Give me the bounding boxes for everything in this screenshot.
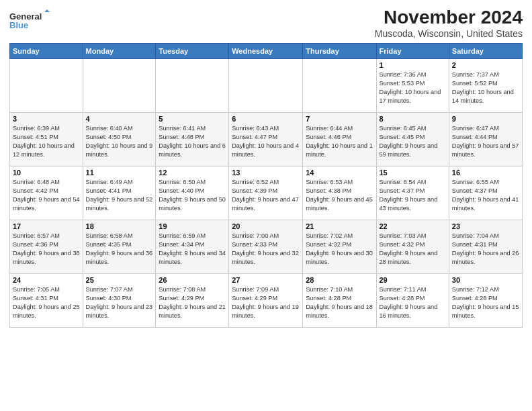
calendar-cell: 3Sunrise: 6:39 AM Sunset: 4:51 PM Daylig… xyxy=(10,113,83,167)
day-number: 9 xyxy=(452,115,519,123)
day-number: 21 xyxy=(306,222,373,230)
calendar-cell: 20Sunrise: 7:00 AM Sunset: 4:33 PM Dayli… xyxy=(229,220,303,274)
calendar-cell xyxy=(83,59,156,113)
weekday-saturday: Saturday xyxy=(449,44,522,59)
calendar-cell: 23Sunrise: 7:04 AM Sunset: 4:31 PM Dayli… xyxy=(449,220,522,274)
day-number: 16 xyxy=(452,169,519,177)
day-info: Sunrise: 7:09 AM Sunset: 4:29 PM Dayligh… xyxy=(232,285,300,320)
day-number: 6 xyxy=(232,115,300,123)
day-number: 28 xyxy=(306,276,373,284)
calendar-cell: 15Sunrise: 6:54 AM Sunset: 4:37 PM Dayli… xyxy=(376,167,449,220)
day-number: 8 xyxy=(380,115,446,123)
day-number: 11 xyxy=(86,169,153,177)
day-info: Sunrise: 7:05 AM Sunset: 4:31 PM Dayligh… xyxy=(13,285,80,320)
week-row-5: 24Sunrise: 7:05 AM Sunset: 4:31 PM Dayli… xyxy=(10,274,523,328)
calendar-cell: 28Sunrise: 7:10 AM Sunset: 4:28 PM Dayli… xyxy=(303,274,376,328)
calendar-cell: 4Sunrise: 6:40 AM Sunset: 4:50 PM Daylig… xyxy=(83,113,156,167)
weekday-thursday: Thursday xyxy=(303,44,376,59)
calendar-cell: 22Sunrise: 7:03 AM Sunset: 4:32 PM Dayli… xyxy=(376,220,449,274)
day-number: 13 xyxy=(232,169,300,177)
calendar-cell: 26Sunrise: 7:08 AM Sunset: 4:29 PM Dayli… xyxy=(156,274,229,328)
day-info: Sunrise: 6:41 AM Sunset: 4:48 PM Dayligh… xyxy=(159,124,226,159)
day-info: Sunrise: 6:57 AM Sunset: 4:36 PM Dayligh… xyxy=(13,232,80,267)
day-number: 26 xyxy=(159,276,226,284)
calendar-cell: 14Sunrise: 6:53 AM Sunset: 4:38 PM Dayli… xyxy=(303,167,376,220)
logo-svg: General Blue xyxy=(9,9,50,34)
calendar-cell: 5Sunrise: 6:41 AM Sunset: 4:48 PM Daylig… xyxy=(156,113,229,167)
title-area: November 2024 Muscoda, Wisconsin, United… xyxy=(375,7,523,39)
day-info: Sunrise: 7:11 AM Sunset: 4:28 PM Dayligh… xyxy=(380,285,446,320)
day-info: Sunrise: 7:04 AM Sunset: 4:31 PM Dayligh… xyxy=(452,232,519,267)
day-info: Sunrise: 6:55 AM Sunset: 4:37 PM Dayligh… xyxy=(452,178,519,213)
calendar-cell xyxy=(303,59,376,113)
day-number: 29 xyxy=(380,276,446,284)
calendar-cell: 29Sunrise: 7:11 AM Sunset: 4:28 PM Dayli… xyxy=(376,274,449,328)
calendar-cell: 27Sunrise: 7:09 AM Sunset: 4:29 PM Dayli… xyxy=(229,274,303,328)
day-number: 4 xyxy=(86,115,153,123)
day-number: 19 xyxy=(159,222,226,230)
day-info: Sunrise: 6:43 AM Sunset: 4:47 PM Dayligh… xyxy=(232,124,300,159)
week-row-4: 17Sunrise: 6:57 AM Sunset: 4:36 PM Dayli… xyxy=(10,220,523,274)
weekday-monday: Monday xyxy=(83,44,156,59)
day-info: Sunrise: 7:00 AM Sunset: 4:33 PM Dayligh… xyxy=(232,232,300,267)
calendar-cell: 7Sunrise: 6:44 AM Sunset: 4:46 PM Daylig… xyxy=(303,113,376,167)
calendar-cell: 19Sunrise: 6:59 AM Sunset: 4:34 PM Dayli… xyxy=(156,220,229,274)
calendar-cell: 16Sunrise: 6:55 AM Sunset: 4:37 PM Dayli… xyxy=(449,167,522,220)
day-number: 5 xyxy=(159,115,226,123)
calendar-cell: 2Sunrise: 7:37 AM Sunset: 5:52 PM Daylig… xyxy=(449,59,522,113)
calendar-cell: 18Sunrise: 6:58 AM Sunset: 4:35 PM Dayli… xyxy=(83,220,156,274)
calendar-cell: 25Sunrise: 7:07 AM Sunset: 4:30 PM Dayli… xyxy=(83,274,156,328)
weekday-tuesday: Tuesday xyxy=(156,44,229,59)
day-info: Sunrise: 6:50 AM Sunset: 4:40 PM Dayligh… xyxy=(159,178,226,213)
day-number: 25 xyxy=(86,276,153,284)
calendar-cell: 8Sunrise: 6:45 AM Sunset: 4:45 PM Daylig… xyxy=(376,113,449,167)
day-info: Sunrise: 6:45 AM Sunset: 4:45 PM Dayligh… xyxy=(380,124,446,159)
calendar-cell: 10Sunrise: 6:48 AM Sunset: 4:42 PM Dayli… xyxy=(10,167,83,220)
day-info: Sunrise: 6:53 AM Sunset: 4:38 PM Dayligh… xyxy=(306,178,373,213)
day-info: Sunrise: 6:44 AM Sunset: 4:46 PM Dayligh… xyxy=(306,124,373,159)
day-number: 24 xyxy=(13,276,80,284)
day-number: 10 xyxy=(13,169,80,177)
calendar-cell: 9Sunrise: 6:47 AM Sunset: 4:44 PM Daylig… xyxy=(449,113,522,167)
calendar-cell: 11Sunrise: 6:49 AM Sunset: 4:41 PM Dayli… xyxy=(83,167,156,220)
day-info: Sunrise: 6:40 AM Sunset: 4:50 PM Dayligh… xyxy=(86,124,153,159)
week-row-1: 1Sunrise: 7:36 AM Sunset: 5:53 PM Daylig… xyxy=(10,59,523,113)
calendar-cell xyxy=(10,59,83,113)
calendar-cell: 6Sunrise: 6:43 AM Sunset: 4:47 PM Daylig… xyxy=(229,113,303,167)
day-info: Sunrise: 7:36 AM Sunset: 5:53 PM Dayligh… xyxy=(380,71,446,105)
week-row-2: 3Sunrise: 6:39 AM Sunset: 4:51 PM Daylig… xyxy=(10,113,523,167)
weekday-wednesday: Wednesday xyxy=(229,44,303,59)
day-number: 12 xyxy=(159,169,226,177)
day-number: 20 xyxy=(232,222,300,230)
calendar-cell: 17Sunrise: 6:57 AM Sunset: 4:36 PM Dayli… xyxy=(10,220,83,274)
day-number: 2 xyxy=(452,61,519,69)
calendar-cell: 1Sunrise: 7:36 AM Sunset: 5:53 PM Daylig… xyxy=(376,59,449,113)
day-info: Sunrise: 6:47 AM Sunset: 4:44 PM Dayligh… xyxy=(452,124,519,159)
day-info: Sunrise: 7:37 AM Sunset: 5:52 PM Dayligh… xyxy=(452,71,519,105)
logo: General Blue xyxy=(9,9,50,34)
week-row-3: 10Sunrise: 6:48 AM Sunset: 4:42 PM Dayli… xyxy=(10,167,523,220)
day-info: Sunrise: 7:10 AM Sunset: 4:28 PM Dayligh… xyxy=(306,285,373,320)
day-info: Sunrise: 6:58 AM Sunset: 4:35 PM Dayligh… xyxy=(86,232,153,267)
day-info: Sunrise: 6:49 AM Sunset: 4:41 PM Dayligh… xyxy=(86,178,153,213)
day-info: Sunrise: 7:12 AM Sunset: 4:28 PM Dayligh… xyxy=(452,285,519,320)
day-info: Sunrise: 7:08 AM Sunset: 4:29 PM Dayligh… xyxy=(159,285,226,320)
day-info: Sunrise: 6:48 AM Sunset: 4:42 PM Dayligh… xyxy=(13,178,80,213)
calendar-cell: 30Sunrise: 7:12 AM Sunset: 4:28 PM Dayli… xyxy=(449,274,522,328)
weekday-sunday: Sunday xyxy=(10,44,83,59)
calendar-cell: 12Sunrise: 6:50 AM Sunset: 4:40 PM Dayli… xyxy=(156,167,229,220)
subtitle: Muscoda, Wisconsin, United States xyxy=(375,28,523,39)
header: General Blue November 2024 Muscoda, Wisc… xyxy=(9,7,523,39)
day-info: Sunrise: 6:54 AM Sunset: 4:37 PM Dayligh… xyxy=(380,178,446,213)
day-number: 1 xyxy=(380,61,446,69)
day-number: 18 xyxy=(86,222,153,230)
day-info: Sunrise: 6:52 AM Sunset: 4:39 PM Dayligh… xyxy=(232,178,300,213)
day-info: Sunrise: 7:03 AM Sunset: 4:32 PM Dayligh… xyxy=(380,232,446,267)
page: General Blue November 2024 Muscoda, Wisc… xyxy=(0,0,532,411)
calendar-cell xyxy=(229,59,303,113)
weekday-friday: Friday xyxy=(376,44,449,59)
day-info: Sunrise: 7:07 AM Sunset: 4:30 PM Dayligh… xyxy=(86,285,153,320)
day-number: 7 xyxy=(306,115,373,123)
day-number: 14 xyxy=(306,169,373,177)
calendar-cell: 24Sunrise: 7:05 AM Sunset: 4:31 PM Dayli… xyxy=(10,274,83,328)
